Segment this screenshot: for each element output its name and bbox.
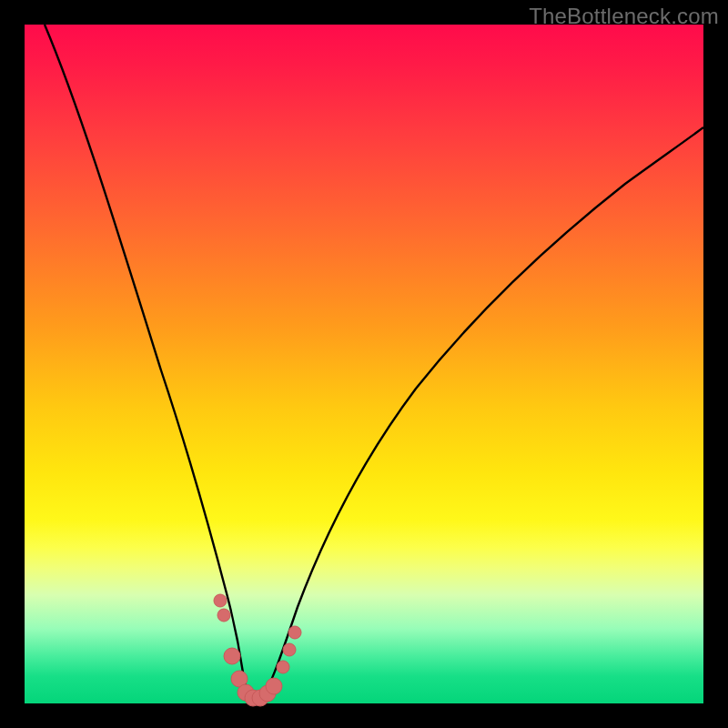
marker-dot [266, 678, 282, 694]
marker-dot [217, 609, 230, 622]
chart-svg [25, 25, 703, 703]
outer-frame: TheBottleneck.com [0, 0, 728, 728]
marker-group [214, 594, 301, 706]
marker-dot [214, 594, 227, 607]
curve-path [45, 25, 703, 702]
watermark-text: TheBottleneck.com [529, 4, 719, 29]
plot-area [25, 25, 703, 703]
marker-dot [283, 643, 296, 656]
marker-dot [277, 661, 289, 673]
marker-dot [224, 648, 240, 664]
marker-dot [288, 626, 301, 639]
